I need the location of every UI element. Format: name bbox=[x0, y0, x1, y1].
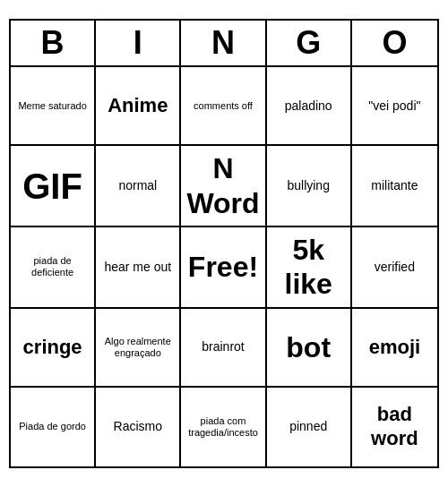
bingo-cell-14: verified bbox=[352, 227, 437, 309]
bingo-cell-text-14: verified bbox=[375, 260, 415, 275]
bingo-cell-10: piada de deficiente bbox=[11, 227, 96, 309]
bingo-cell-text-2: comments off bbox=[194, 100, 253, 112]
bingo-cell-9: militante bbox=[352, 146, 437, 227]
bingo-cell-text-0: Meme saturado bbox=[18, 100, 86, 112]
bingo-cell-20: Piada de gordo bbox=[11, 388, 96, 466]
bingo-cell-text-7: N Word bbox=[185, 151, 261, 220]
bingo-cell-19: emoji bbox=[352, 309, 437, 388]
header-letter-n: N bbox=[181, 21, 266, 65]
header-letter-o: O bbox=[352, 21, 437, 65]
bingo-cell-text-9: militante bbox=[371, 178, 418, 193]
bingo-card: BINGO Meme saturadoAnimecomments offpala… bbox=[9, 19, 439, 468]
bingo-cell-4: "vei podi" bbox=[352, 67, 437, 146]
bingo-cell-22: piada com tragedia/incesto bbox=[181, 388, 266, 466]
bingo-cell-text-11: hear me out bbox=[104, 260, 171, 275]
bingo-cell-text-12: Free! bbox=[188, 250, 258, 284]
bingo-cell-text-4: "vei podi" bbox=[368, 98, 420, 114]
bingo-cell-7: N Word bbox=[181, 146, 266, 227]
bingo-cell-1: Anime bbox=[96, 67, 181, 146]
bingo-cell-text-24: bad word bbox=[356, 403, 434, 450]
bingo-cell-text-18: bot bbox=[286, 330, 331, 364]
bingo-cell-text-5: GIF bbox=[22, 165, 82, 208]
bingo-cell-11: hear me out bbox=[96, 227, 181, 309]
bingo-cell-text-1: Anime bbox=[108, 94, 168, 117]
bingo-cell-text-15: cringe bbox=[23, 336, 82, 359]
bingo-cell-2: comments off bbox=[181, 67, 266, 146]
bingo-cell-15: cringe bbox=[11, 309, 96, 388]
bingo-cell-text-8: bullying bbox=[287, 178, 329, 193]
bingo-cell-6: normal bbox=[96, 146, 181, 227]
bingo-cell-text-3: paladino bbox=[285, 98, 332, 114]
bingo-cell-12: Free! bbox=[181, 227, 266, 309]
bingo-cell-text-16: Algo realmente engraçado bbox=[99, 336, 176, 359]
bingo-cell-text-19: emoji bbox=[369, 336, 420, 359]
bingo-cell-0: Meme saturado bbox=[11, 67, 96, 146]
bingo-cell-17: brainrot bbox=[181, 309, 266, 388]
bingo-cell-text-13: 5k like bbox=[271, 233, 347, 302]
bingo-cell-8: bullying bbox=[267, 146, 352, 227]
header-letter-i: I bbox=[96, 21, 181, 65]
bingo-cell-16: Algo realmente engraçado bbox=[96, 309, 181, 388]
bingo-cell-text-22: piada com tragedia/incesto bbox=[185, 415, 261, 439]
bingo-cell-24: bad word bbox=[352, 388, 437, 466]
bingo-cell-18: bot bbox=[267, 309, 352, 388]
bingo-cell-text-23: pinned bbox=[289, 419, 327, 434]
bingo-cell-text-6: normal bbox=[118, 178, 157, 193]
bingo-cell-13: 5k like bbox=[267, 227, 352, 309]
bingo-cell-3: paladino bbox=[267, 67, 352, 146]
bingo-cell-text-17: brainrot bbox=[202, 339, 244, 355]
bingo-header: BINGO bbox=[11, 21, 437, 67]
bingo-cell-5: GIF bbox=[11, 146, 96, 227]
bingo-cell-23: pinned bbox=[267, 388, 352, 466]
bingo-cell-text-20: Piada de gordo bbox=[19, 421, 86, 432]
header-letter-g: G bbox=[267, 21, 352, 65]
bingo-cell-text-10: piada de deficiente bbox=[14, 255, 90, 278]
bingo-cell-21: Racismo bbox=[96, 388, 181, 466]
header-letter-b: B bbox=[11, 21, 96, 65]
bingo-cell-text-21: Racismo bbox=[114, 419, 162, 434]
bingo-grid: Meme saturadoAnimecomments offpaladino"v… bbox=[11, 67, 437, 466]
